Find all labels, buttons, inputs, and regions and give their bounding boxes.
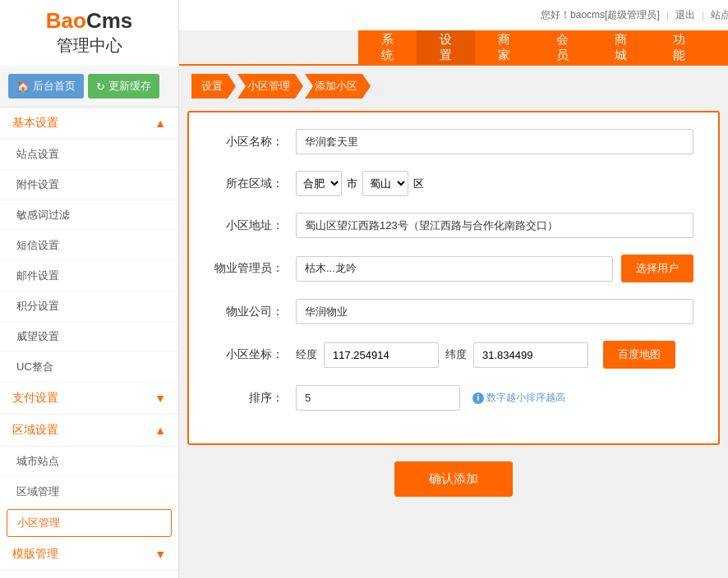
header-right: 您好！baocms[超级管理员] | 退出 | 站点首页 系统 设置 商家 会员…: [179, 0, 728, 64]
chevron-up-icon: ▲: [154, 117, 166, 130]
sidebar-item-city[interactable]: 城市站点: [0, 447, 178, 477]
home-icon: 🏠: [16, 80, 30, 93]
sidebar-group-basic[interactable]: 基本设置 ▲: [0, 108, 178, 140]
select-user-button[interactable]: 选择用户: [621, 255, 693, 282]
form-row-coordinate: 小区坐标： 经度 纬度 百度地图: [214, 341, 693, 369]
sort-input[interactable]: [296, 385, 460, 411]
longitude-input[interactable]: [324, 342, 439, 368]
form-label-name: 小区名称：: [214, 135, 296, 149]
nav-item-settings[interactable]: 设置: [417, 30, 475, 64]
form-row-region: 所在区域： 合肥 南京 杭州 市 蜀山 庐阳 瑶海 区: [214, 171, 693, 196]
form-row-name: 小区名称：: [214, 129, 693, 154]
content-area: 设置 小区管理 添加小区 小区名称： 所在区域： 合肥 南京 杭州: [179, 66, 728, 578]
nav-item-shop[interactable]: 商城: [592, 30, 650, 64]
company-input[interactable]: [296, 299, 693, 324]
home-button[interactable]: 🏠 后台首页: [8, 74, 84, 99]
sidebar-item-points[interactable]: 积分设置: [0, 291, 178, 322]
chevron-up-icon2: ▲: [154, 424, 166, 437]
sidebar-group-basic-label: 基本设置: [12, 116, 58, 131]
logo-subtitle: 管理中心: [57, 34, 122, 57]
district-select[interactable]: 蜀山 庐阳 瑶海: [362, 171, 408, 196]
separator1: |: [666, 10, 669, 21]
nav-item-merchant[interactable]: 商家: [475, 30, 533, 64]
sidebar-item-sensitive[interactable]: 敏感词过滤: [0, 200, 178, 231]
breadcrumb-item-add-community[interactable]: 添加小区: [305, 74, 371, 99]
logo-area: BaoCms 管理中心: [0, 0, 179, 66]
coordinate-row: 经度 纬度 百度地图: [296, 341, 675, 369]
sidebar-item-prestige[interactable]: 威望设置: [0, 322, 178, 352]
sidebar-item-email[interactable]: 邮件设置: [0, 261, 178, 291]
manager-input[interactable]: [296, 256, 613, 282]
confirm-add-button[interactable]: 确认添加: [394, 461, 513, 497]
sidebar-item-uc[interactable]: UC整合: [0, 352, 178, 383]
form-row-address: 小区地址：: [214, 213, 693, 238]
form-label-region: 所在区域：: [214, 177, 296, 191]
user-bar: 您好！baocms[超级管理员] | 退出 | 站点首页: [179, 0, 728, 30]
refresh-icon: ↻: [96, 80, 105, 93]
chevron-down-icon: ▼: [154, 392, 166, 405]
logo-cms: Cms: [86, 8, 132, 33]
chevron-down-icon2: ▼: [154, 548, 166, 561]
form-label-sort: 排序：: [214, 391, 296, 406]
sidebar-group-region-label: 区域设置: [12, 423, 58, 438]
latitude-input[interactable]: [473, 342, 588, 368]
breadcrumb-item-community-mgmt[interactable]: 小区管理: [237, 74, 303, 99]
refresh-button[interactable]: ↻ 更新缓存: [88, 74, 159, 99]
header-nav: 系统 设置 商家 会员 商城 功能 频道: [358, 30, 728, 64]
form-row-manager: 物业管理员： 选择用户: [214, 255, 693, 282]
home-btn-label: 后台首页: [33, 79, 76, 94]
nav-item-member[interactable]: 会员: [533, 30, 592, 64]
sidebar-group-template-label: 模版管理: [12, 547, 58, 562]
form-label-coordinate: 小区坐标：: [214, 347, 296, 362]
district-unit: 区: [413, 177, 424, 191]
hint-text-label: 数字越小排序越高: [486, 391, 565, 405]
sidebar-actions: 🏠 后台首页 ↻ 更新缓存: [0, 66, 178, 108]
form-card: 小区名称： 所在区域： 合肥 南京 杭州 市 蜀山 庐阳 瑶海: [187, 111, 720, 445]
address-input[interactable]: [296, 213, 693, 238]
nav-item-system[interactable]: 系统: [358, 30, 417, 64]
logo-bao: Bao: [46, 8, 86, 33]
city-unit: 市: [347, 177, 357, 191]
baidu-map-button[interactable]: 百度地图: [603, 341, 675, 369]
longitude-label: 经度: [296, 347, 317, 362]
nav-item-function[interactable]: 功能: [650, 30, 708, 64]
sidebar: 🏠 后台首页 ↻ 更新缓存 基本设置 ▲ 站点设置 附件设置 敏感词过滤 短信设…: [0, 66, 179, 578]
refresh-btn-label: 更新缓存: [108, 79, 151, 94]
logout-link[interactable]: 退出: [675, 8, 695, 22]
breadcrumb: 设置 小区管理 添加小区: [191, 74, 720, 99]
sidebar-group-payment[interactable]: 支付设置 ▼: [0, 383, 178, 415]
sidebar-item-community[interactable]: 小区管理: [7, 509, 172, 537]
sidebar-group-payment-label: 支付设置: [12, 391, 58, 406]
greeting-text: 您好！baocms[超级管理员]: [541, 8, 660, 22]
sidebar-group-template[interactable]: 模版管理 ▼: [0, 539, 178, 571]
form-label-address: 小区地址：: [214, 218, 296, 233]
nav-item-channel[interactable]: 频道: [708, 30, 728, 64]
city-select[interactable]: 合肥 南京 杭州: [296, 171, 342, 196]
form-row-company: 物业公司：: [214, 299, 693, 324]
main-layout: 🏠 后台首页 ↻ 更新缓存 基本设置 ▲ 站点设置 附件设置 敏感词过滤 短信设…: [0, 66, 728, 578]
sidebar-item-district[interactable]: 区域管理: [0, 477, 178, 507]
form-label-manager: 物业管理员：: [214, 261, 296, 276]
separator2: |: [702, 10, 704, 21]
sidebar-group-region[interactable]: 区域设置 ▲: [0, 415, 178, 447]
hint-icon: i: [472, 392, 484, 404]
sidebar-item-site[interactable]: 站点设置: [0, 140, 178, 170]
form-label-company: 物业公司：: [214, 305, 296, 319]
sidebar-item-sms[interactable]: 短信设置: [0, 231, 178, 261]
region-inline: 合肥 南京 杭州 市 蜀山 庐阳 瑶海 区: [296, 171, 424, 196]
name-input[interactable]: [296, 129, 693, 154]
site-home-link[interactable]: 站点首页: [711, 8, 728, 22]
sidebar-item-attachment[interactable]: 附件设置: [0, 170, 178, 200]
sort-hint: i 数字越小排序越高: [472, 391, 565, 405]
breadcrumb-item-settings[interactable]: 设置: [191, 74, 236, 99]
form-row-sort: 排序： i 数字越小排序越高: [214, 385, 693, 411]
latitude-label: 纬度: [445, 347, 467, 362]
confirm-area: 确认添加: [187, 445, 720, 513]
